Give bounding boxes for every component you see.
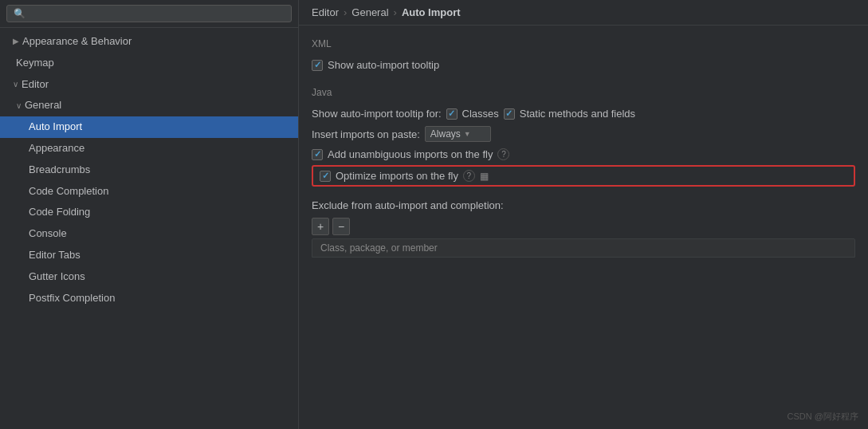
insert-imports-dropdown[interactable]: Always ▼: [425, 126, 491, 142]
sidebar-item-appearance[interactable]: Appearance: [0, 138, 298, 159]
content-panel: Editor › General › Auto Import XML Show …: [299, 0, 868, 429]
unambiguous-imports-row: Add unambiguous imports on the fly ?: [312, 145, 855, 163]
arrow-icon: ∨: [13, 78, 18, 91]
exclude-toolbar: + −: [312, 218, 855, 235]
arrow-icon: ∨: [16, 100, 22, 112]
java-tooltip-inline: Show auto-import tooltip for: Classes St…: [312, 108, 635, 120]
watermark: CSDN @阿好程序: [787, 411, 858, 423]
sidebar-item-code-completion[interactable]: Code Completion: [0, 181, 298, 203]
sidebar-item-postfix-completion[interactable]: Postfix Completion: [0, 288, 298, 309]
java-tooltip-label: Show auto-import tooltip for:: [312, 108, 442, 120]
sidebar-item-label: Postfix Completion: [29, 290, 115, 307]
optimize-help-icon[interactable]: ?: [463, 170, 475, 182]
breadcrumb: Editor › General › Auto Import: [299, 0, 868, 26]
classes-label: Classes: [462, 108, 499, 120]
breadcrumb-general: General: [352, 6, 388, 18]
sidebar-item-label: Console: [29, 226, 67, 242]
add-button[interactable]: +: [312, 218, 329, 235]
content-body: XML Show auto-import tooltip Java Show a…: [299, 26, 868, 429]
breadcrumb-editor: Editor: [312, 6, 339, 18]
sidebar-item-label: Code Folding: [29, 204, 90, 221]
insert-imports-row: Insert imports on paste: Always ▼: [312, 123, 855, 145]
xml-show-tooltip-row: Show auto-import tooltip: [312, 56, 855, 74]
insert-imports-value: Always: [430, 128, 461, 140]
sidebar-item-label: Gutter Icons: [29, 269, 85, 285]
sidebar-item-code-folding[interactable]: Code Folding: [0, 202, 298, 223]
static-methods-checkbox[interactable]: [504, 108, 515, 120]
sidebar-item-label: Editor Tabs: [29, 247, 81, 264]
xml-section: XML Show auto-import tooltip: [312, 38, 855, 74]
exclude-label: Exclude from auto-import and completion:: [312, 199, 855, 211]
classes-checkbox[interactable]: [446, 108, 458, 120]
exclude-table-header: Class, package, or member: [312, 238, 855, 258]
xml-show-tooltip-label: Show auto-import tooltip: [328, 59, 439, 71]
main-container: ▶ Appearance & BehaviorKeymap∨ Editor∨ G…: [0, 0, 868, 429]
sidebar-item-gutter-icons[interactable]: Gutter Icons: [0, 266, 298, 288]
java-section-label: Java: [312, 87, 855, 98]
sidebar-item-editor[interactable]: ∨ Editor: [0, 74, 298, 96]
search-bar: [0, 0, 298, 28]
optimize-edit-icon[interactable]: ▦: [480, 171, 489, 182]
sidebar-item-label: Editor: [22, 77, 49, 93]
breadcrumb-sep-1: ›: [344, 6, 347, 18]
unambiguous-imports-label: Add unambiguous imports on the fly: [328, 148, 493, 160]
sidebar-item-breadcrumbs[interactable]: Breadcrumbs: [0, 159, 298, 181]
sidebar-item-label: Code Completion: [29, 183, 108, 200]
search-input[interactable]: [6, 5, 292, 22]
sidebar-item-label: Keymap: [16, 55, 54, 72]
sidebar-tree: ▶ Appearance & BehaviorKeymap∨ Editor∨ G…: [0, 28, 298, 429]
breadcrumb-sep-2: ›: [394, 6, 397, 18]
unambiguous-imports-checkbox[interactable]: [312, 149, 323, 160]
sidebar-item-editor-tabs[interactable]: Editor Tabs: [0, 245, 298, 266]
optimize-imports-row: Optimize imports on the fly ? ▦: [312, 165, 855, 187]
xml-section-label: XML: [312, 38, 855, 49]
java-tooltip-row: Show auto-import tooltip for: Classes St…: [312, 104, 855, 123]
static-methods-label: Static methods and fields: [520, 108, 635, 120]
sidebar-item-label: Auto Import: [29, 119, 82, 136]
arrow-icon: ▶: [13, 35, 19, 48]
sidebar-item-appearance-behavior[interactable]: ▶ Appearance & Behavior: [0, 31, 298, 53]
sidebar-item-label: Appearance: [29, 140, 84, 157]
sidebar-item-auto-import[interactable]: Auto Import: [0, 116, 298, 138]
optimize-imports-label: Optimize imports on the fly: [336, 170, 458, 182]
sidebar-item-label: General: [25, 97, 61, 114]
optimize-imports-checkbox[interactable]: [320, 171, 331, 182]
sidebar-item-label: Breadcrumbs: [29, 162, 90, 179]
sidebar-item-keymap[interactable]: Keymap: [0, 53, 298, 74]
dropdown-arrow-icon: ▼: [464, 130, 471, 138]
sidebar-item-general[interactable]: ∨ General: [0, 95, 298, 116]
breadcrumb-current: Auto Import: [402, 6, 461, 18]
java-section: Java Show auto-import tooltip for: Class…: [312, 87, 855, 187]
xml-show-tooltip-checkbox[interactable]: [312, 60, 323, 71]
exclude-section: Exclude from auto-import and completion:…: [312, 199, 855, 258]
sidebar: ▶ Appearance & BehaviorKeymap∨ Editor∨ G…: [0, 0, 299, 429]
sidebar-item-label: Appearance & Behavior: [22, 33, 132, 50]
insert-imports-label: Insert imports on paste:: [312, 128, 420, 140]
sidebar-item-console[interactable]: Console: [0, 223, 298, 245]
unambiguous-help-icon[interactable]: ?: [497, 148, 509, 160]
remove-button[interactable]: −: [332, 218, 350, 235]
